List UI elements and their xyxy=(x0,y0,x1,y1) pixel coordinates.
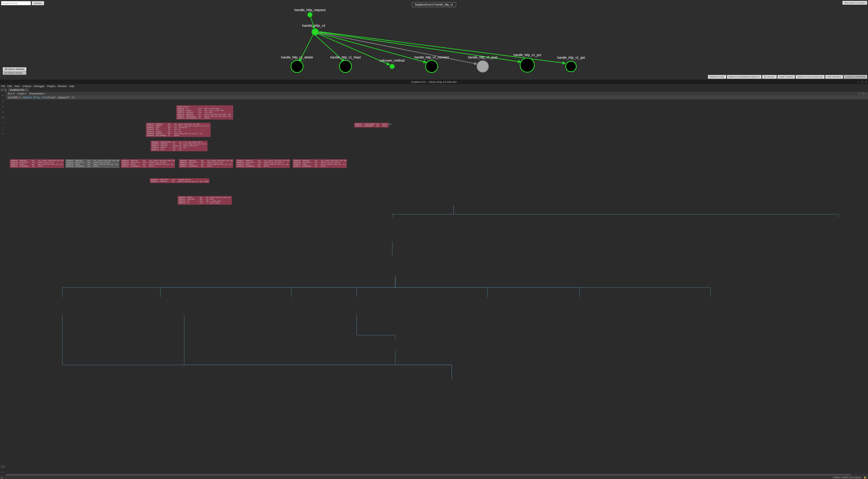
menu-icon[interactable]: ≡ xyxy=(865,92,867,95)
binja-menubar[interactable]: File Edit View Analysis Debugger Plugins… xyxy=(0,84,868,88)
func-args: (struct request* r) xyxy=(45,96,75,99)
func-ret-type: uint64_t xyxy=(8,96,21,99)
bn-block-case-put[interactable]: 0000bfb3 488b7df0 mov rdi, qword [rbp-0x… xyxy=(179,159,233,168)
view-selector-il[interactable]: Disassembly ▾ xyxy=(29,92,45,95)
node-handle-http-v1-head[interactable] xyxy=(339,60,351,72)
window-close-icon[interactable]: ✕ xyxy=(865,81,867,83)
reset-graph-button[interactable]: RESET GRAPH xyxy=(777,75,795,79)
menu-help[interactable]: Help xyxy=(69,85,74,88)
menu-window[interactable]: Window xyxy=(58,85,67,88)
file-tab-label: templeton.bin xyxy=(10,89,24,91)
metadata-sidebar: METADATA SIDEBAR No function selected xyxy=(3,67,26,75)
node-label: handle_http_v1_head xyxy=(331,56,361,59)
graph-title: Neighborhood of handle_http_v1 xyxy=(412,2,456,7)
binja-function-header: ▸ uint64_t handle_http_v1 (struct reques… xyxy=(0,95,868,99)
node-label: unknown_method xyxy=(379,59,404,62)
window-maximize-icon[interactable]: ◻ xyxy=(861,81,863,83)
metadata-sidebar-body: No function selected xyxy=(3,71,26,75)
toggle-coverage-button[interactable]: TOGGLE COVERAGE xyxy=(844,75,867,79)
node-label: handle_http_v1_post xyxy=(468,56,498,59)
sidebar-icon-types[interactable]: {} xyxy=(1,99,5,102)
node-handle-http-v1-get[interactable] xyxy=(566,61,576,72)
metadata-sidebar-header[interactable]: METADATA SIDEBAR xyxy=(3,67,26,71)
node-handle-http-request[interactable] xyxy=(308,12,312,17)
bn-block-case-head[interactable]: 0000bfa2 488b7df0 mov rdi, qword [rbp-0x… xyxy=(121,159,175,168)
relayout-button[interactable]: RE-LAYOUT xyxy=(762,75,777,79)
view-selector-graph[interactable]: Graph ▾ xyxy=(18,92,26,95)
websocket-status-badge: Websocket Connected xyxy=(842,1,867,5)
sidebar-icon-stack[interactable]: ≡ xyxy=(1,110,5,114)
window-minimize-icon[interactable]: — xyxy=(857,81,860,83)
hide-imports-button[interactable]: HIDE IMPORTS xyxy=(825,75,843,79)
remove-node-descendents-button[interactable]: REMOVE NODE&DESCENDENTS xyxy=(727,75,762,79)
sidebar-icon-list[interactable]: ≣ xyxy=(1,93,5,97)
sidebar-icon-tag[interactable]: ◇ xyxy=(1,121,5,125)
node-label: handle_http_request xyxy=(294,8,326,12)
search-input[interactable] xyxy=(1,1,31,5)
func-name: handle_http_v1 xyxy=(22,96,44,99)
bn-block-return[interactable]: 0000bfee 8b45fc mov eax, dword [rbp-0x4 … xyxy=(178,196,232,205)
bn-block-case-post[interactable]: 0000bf91 488b7df0 mov rdi, qword [rbp-0x… xyxy=(65,159,120,168)
status-selection: 0xbf9a–0xbf9d (0x3 bytes) xyxy=(833,476,861,479)
callgraph-svg[interactable]: handle_http_request handle_http_v1 handl… xyxy=(0,0,868,80)
menu-view[interactable]: View xyxy=(14,85,20,88)
menu-file[interactable]: File xyxy=(1,85,5,88)
sidebar-icon-plus[interactable]: ✦ xyxy=(1,132,5,136)
bn-block-unknown-method[interactable]: 0000bfe6 e815ffffff call unknown_method … xyxy=(150,178,209,183)
view-selector-filetype[interactable]: ELF ▾ xyxy=(8,92,14,95)
menu-plugins[interactable]: Plugins xyxy=(47,85,55,88)
bn-block-jumptable[interactable]: 0000bf6c 488d05a11500 lea rax, [rel jump… xyxy=(151,141,208,151)
bn-block-case-delete[interactable]: 0000bfc4 488b7df0 mov rdi, qword [rbp-0x… xyxy=(236,159,290,168)
file-tab[interactable]: templeton.bin xyxy=(8,88,29,91)
search-button[interactable]: SEARCH xyxy=(32,1,44,5)
bn-block-case-connect[interactable]: 0000bfd5 488b7df0 mov rdi, qword [rbp-0x… xyxy=(292,159,347,168)
binja-viewbar: ELF ▾ Graph ▾ Disassembly ▾ ⇱ ◫ ≡ xyxy=(0,92,868,95)
menu-debugger[interactable]: Debugger xyxy=(34,85,45,88)
binja-statusbar: ◣ 0xbf9a–0xbf9d (0x3 bytes) 🔒 xyxy=(0,476,868,479)
node-label: handle_http_v1_get xyxy=(557,56,585,60)
tab-nav-fwd-icon[interactable]: ≡ xyxy=(4,89,7,91)
node-label: handle_http_v1_put xyxy=(513,53,541,57)
node-handle-http-v1-connect[interactable] xyxy=(426,60,438,72)
graph-focus-function-button[interactable]: GRAPH FOCUS FUNCTION xyxy=(796,75,825,79)
bn-block-switch[interactable]: 0000bf53 488b45f0 mov rax, qword [rbp-0x… xyxy=(146,123,211,137)
binja-graph-canvas[interactable]: handle_http_v1: 0000bf30 55 push rbp {__… xyxy=(6,99,868,476)
node-unknown-method[interactable] xyxy=(390,64,395,69)
node-label: handle_http_v1_connect xyxy=(414,56,449,59)
sidebar-icon-console[interactable]: ⌨ xyxy=(1,465,5,469)
bn-block-case-get[interactable]: 0000bf80 488b7df0 mov rdi, qword [rbp-0x… xyxy=(10,159,64,168)
binja-left-sidebar: ≣ {} x ≡ ⊞ ◇ ⬚ ✦ xyxy=(0,92,6,476)
remove-node-button[interactable]: REMOVE NODE xyxy=(708,75,726,79)
tab-nav-back-icon[interactable]: ‹ xyxy=(1,89,3,91)
bn-block-side[interactable]: 0000bfa7 c745fc010000 mov dword [rbp- 00… xyxy=(354,123,389,127)
lock-icon[interactable]: 🔒 xyxy=(864,476,866,479)
node-label: handle_http_v1_delete xyxy=(281,56,313,59)
split-icon[interactable]: ◫ xyxy=(862,92,864,95)
sidebar-icon-tags[interactable]: ⊞ xyxy=(1,116,5,119)
sidebar-icon-var[interactable]: x xyxy=(1,104,5,108)
sidebar-icon-log[interactable]: ≔ xyxy=(1,470,4,474)
status-corner-icon[interactable]: ◣ xyxy=(1,476,3,479)
tab-dirty-icon xyxy=(26,89,27,91)
bn-block-entry[interactable]: handle_http_v1: 0000bf30 55 push rbp {__… xyxy=(176,105,233,120)
menu-edit[interactable]: Edit xyxy=(7,85,12,88)
binja-titlebar: templeton.bin — Binary Ninja 3.6.4625-de… xyxy=(0,80,868,84)
node-handle-http-v1-post[interactable] xyxy=(477,61,489,72)
node-label: handle_http_v1 xyxy=(302,24,326,28)
binja-title: templeton.bin — Binary Ninja 3.6.4625-de… xyxy=(411,81,457,83)
node-handle-http-v1[interactable] xyxy=(312,29,319,35)
link-icon[interactable]: ⇱ xyxy=(859,92,861,95)
node-handle-http-v1-delete[interactable] xyxy=(291,60,303,72)
node-handle-http-v1-put[interactable] xyxy=(520,58,534,72)
menu-analysis[interactable]: Analysis xyxy=(22,85,31,88)
sidebar-icon-hex[interactable]: ⬚ xyxy=(1,127,5,130)
binja-tabbar: ‹ ≡ templeton.bin xyxy=(0,88,868,92)
callgraph-pane: SEARCH document.querySelector('[data-nam… xyxy=(0,0,868,80)
